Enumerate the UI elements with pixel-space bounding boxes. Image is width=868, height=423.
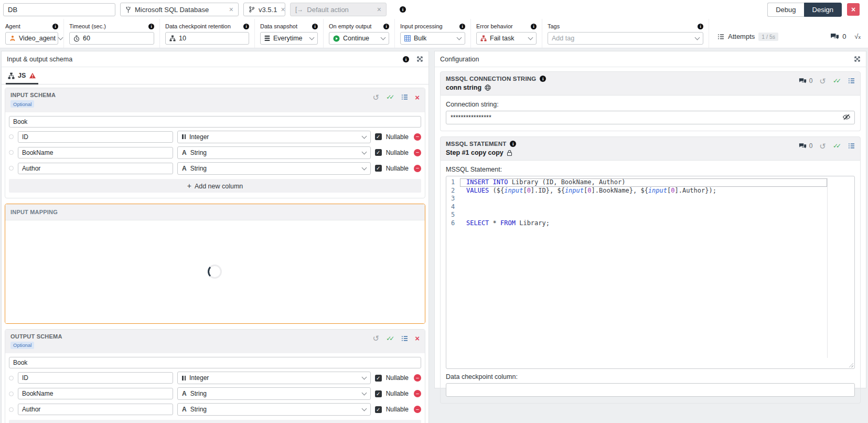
expand-icon[interactable] [416, 56, 423, 62]
column-name-input[interactable] [18, 404, 173, 415]
formula-sqrt-icon[interactable]: √x [854, 33, 861, 40]
close-button[interactable]: × [847, 3, 860, 16]
column-name-input[interactable] [18, 163, 173, 174]
drag-handle[interactable] [9, 150, 14, 155]
undo-icon[interactable]: ↺ [373, 334, 380, 342]
globe-icon[interactable] [485, 84, 491, 91]
info-icon[interactable]: i [459, 24, 465, 29]
attempts-label[interactable]: Attempts [728, 33, 755, 40]
remove-section-icon[interactable]: × [415, 93, 420, 101]
column-name-input[interactable] [18, 388, 173, 399]
code-line[interactable]: 5 [446, 211, 854, 219]
remove-version-icon[interactable]: × [281, 5, 285, 14]
info-icon[interactable]: i [510, 141, 516, 147]
column-type-select[interactable]: A String [177, 146, 371, 159]
remove-column-button[interactable]: − [414, 374, 421, 382]
list-icon[interactable] [401, 335, 408, 342]
nullable-checkbox[interactable]: ✓ [375, 165, 382, 172]
input-processing-select[interactable]: Bulk [400, 32, 465, 45]
double-check-icon[interactable]: ✓✓ [386, 93, 394, 101]
remove-column-button[interactable]: − [414, 149, 421, 156]
timeout-input[interactable] [83, 35, 150, 42]
undo-icon[interactable]: ↺ [373, 93, 380, 101]
eye-icon[interactable] [842, 113, 851, 121]
comments-group[interactable]: 0 [799, 142, 813, 150]
code-line[interactable]: 3 [446, 195, 854, 203]
sql-editor[interactable]: 1INSERT INTO Library (ID, BookName, Auth… [446, 176, 855, 369]
info-icon[interactable]: i [540, 76, 546, 82]
resize-grip-icon[interactable] [848, 362, 853, 367]
tab-js-schema[interactable]: JS [7, 67, 37, 84]
nullable-checkbox[interactable]: ✓ [375, 375, 382, 382]
add-new-column-button[interactable]: +Add new column [9, 420, 421, 423]
code-line[interactable]: 6SELECT * FROM Library; [446, 219, 854, 228]
double-check-icon[interactable]: ✓✓ [386, 335, 394, 342]
info-icon[interactable]: i [400, 6, 406, 13]
undo-icon[interactable]: ↺ [819, 77, 826, 85]
step-name-input[interactable] [3, 3, 115, 16]
double-check-icon[interactable]: ✓✓ [833, 142, 841, 150]
design-button[interactable]: Design [804, 3, 842, 17]
checkpoint-column-input[interactable] [446, 383, 855, 397]
info-icon[interactable]: i [52, 24, 58, 29]
drag-handle[interactable] [9, 407, 14, 412]
nullable-checkbox[interactable]: ✓ [375, 390, 382, 397]
info-icon[interactable]: i [531, 24, 537, 29]
column-type-select[interactable]: Integer [177, 131, 371, 143]
empty-output-select[interactable]: Continue [329, 32, 389, 45]
column-name-input[interactable] [18, 372, 173, 384]
input-schema-header: INPUT SCHEMA Optional ↺ ✓✓ × [5, 88, 425, 112]
list-icon[interactable] [848, 143, 855, 149]
connection-string-input[interactable] [446, 111, 855, 124]
remove-action-icon[interactable]: × [377, 5, 381, 14]
list-icon[interactable] [401, 94, 408, 100]
input-schema-name-input[interactable] [9, 116, 421, 128]
column-name-input[interactable] [18, 147, 173, 158]
info-icon[interactable]: i [148, 24, 154, 29]
retention-input[interactable] [179, 35, 245, 42]
nullable-checkbox[interactable]: ✓ [375, 133, 382, 140]
code-line[interactable]: 2VALUES (${input[0].ID}, ${input[0].Book… [446, 187, 854, 195]
undo-icon[interactable]: ↺ [819, 142, 826, 150]
snapshot-select[interactable]: Everytime [260, 32, 318, 45]
info-icon[interactable]: i [698, 24, 703, 29]
code-line[interactable]: 1INSERT INTO Library (ID, BookName, Auth… [446, 178, 854, 187]
output-schema-name-input[interactable] [9, 357, 421, 368]
error-behavior-select[interactable]: Fail task [476, 32, 537, 45]
remove-column-button[interactable]: − [414, 390, 421, 397]
connector-chip[interactable]: Microsoft SQL Database × [120, 3, 239, 16]
column-type-select[interactable]: Integer [177, 372, 371, 384]
code-line[interactable]: 4 [446, 203, 854, 212]
comments-group[interactable]: 0 [799, 77, 813, 84]
lock-icon[interactable] [507, 150, 512, 156]
input-mapping-section[interactable]: INPUT MAPPING [5, 204, 425, 324]
expand-icon[interactable] [854, 56, 861, 62]
info-icon[interactable]: i [312, 24, 318, 29]
remove-column-button[interactable]: − [414, 406, 421, 413]
list-icon[interactable] [848, 78, 855, 84]
info-icon[interactable]: i [383, 24, 389, 29]
remove-column-button[interactable]: − [414, 165, 421, 172]
remove-connector-icon[interactable]: × [229, 5, 233, 14]
add-new-column-button[interactable]: +Add new column [9, 179, 421, 193]
drag-handle[interactable] [9, 392, 14, 396]
column-type-select[interactable]: A String [177, 387, 371, 400]
agent-select[interactable]: Video_agent [5, 32, 58, 45]
info-icon[interactable]: i [403, 56, 409, 62]
double-check-icon[interactable]: ✓✓ [833, 77, 841, 84]
column-type-select[interactable]: A String [177, 162, 371, 175]
add-tag-input[interactable] [552, 35, 692, 42]
debug-button[interactable]: Debug [767, 3, 803, 17]
drag-handle[interactable] [9, 376, 14, 380]
info-icon[interactable]: i [243, 24, 249, 29]
version-chip[interactable]: v3.5.1 × [243, 3, 285, 16]
nullable-checkbox[interactable]: ✓ [375, 406, 382, 413]
column-name-input[interactable] [18, 131, 173, 143]
column-type-select[interactable]: A String [177, 403, 371, 416]
remove-section-icon[interactable]: × [415, 334, 420, 342]
drag-handle[interactable] [9, 134, 14, 139]
remove-column-button[interactable]: − [414, 133, 421, 141]
drag-handle[interactable] [9, 166, 14, 171]
comments-icon[interactable] [830, 33, 839, 40]
nullable-checkbox[interactable]: ✓ [375, 149, 382, 156]
